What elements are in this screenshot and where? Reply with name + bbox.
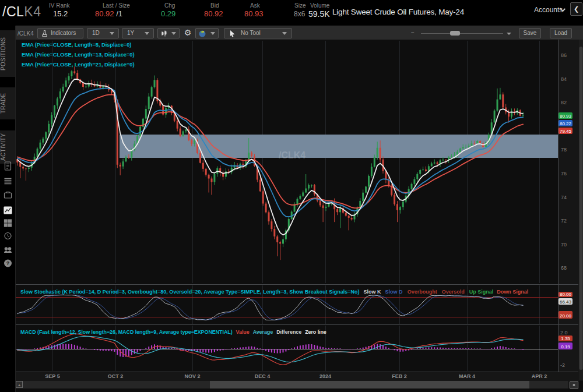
svg-text:DEC 4: DEC 4 [255, 373, 271, 379]
svg-text:Slow Stochastic (K Period=14,: Slow Stochastic (K Period=14, D Period=3… [20, 289, 528, 295]
svg-text:74: 74 [561, 195, 567, 200]
svg-text:80.93: 80.93 [560, 114, 572, 119]
svg-text:-2: -2 [560, 362, 565, 368]
svg-text:1.35: 1.35 [561, 336, 570, 341]
svg-text:EMA (Price=CLOSE, Length=13, D: EMA (Price=CLOSE, Length=13, Displace=0) [22, 51, 134, 58]
svg-text:79.45: 79.45 [560, 129, 572, 134]
svg-text:EMA (Price=CLOSE, Length=21, D: EMA (Price=CLOSE, Length=21, Displace=0) [22, 61, 134, 68]
svg-text:FEB 2: FEB 2 [392, 373, 407, 379]
svg-text:80.00: 80.00 [560, 292, 572, 297]
svg-text:?: ? [6, 260, 10, 266]
svg-text:84: 84 [561, 76, 567, 82]
svg-text:68: 68 [561, 265, 567, 271]
svg-text:20.00: 20.00 [560, 313, 572, 319]
svg-text:72: 72 [561, 218, 567, 224]
svg-text:EMA (Price=CLOSE, Length=5, Di: EMA (Price=CLOSE, Length=5, Displace=0) [22, 41, 131, 48]
svg-text:86: 86 [561, 52, 567, 58]
svg-text:/CLK4: /CLK4 [279, 150, 305, 160]
svg-text:SEP 5: SEP 5 [45, 373, 59, 379]
svg-text:MACD (Fast length=12, Slow len: MACD (Fast length=12, Slow length=26, MA… [20, 329, 326, 335]
svg-text:0.19: 0.19 [561, 344, 570, 349]
svg-text:+: + [18, 383, 21, 388]
svg-text:80.22: 80.22 [560, 121, 572, 126]
svg-text:70: 70 [561, 242, 567, 248]
svg-text:2.0: 2.0 [560, 330, 568, 336]
svg-text:NOV 2: NOV 2 [184, 373, 200, 379]
svg-text:APR 2: APR 2 [532, 373, 547, 379]
svg-text:OCT 2: OCT 2 [108, 373, 124, 379]
svg-text:2024: 2024 [319, 373, 331, 379]
svg-text:76: 76 [561, 171, 567, 176]
svg-text:66.43: 66.43 [560, 299, 572, 305]
svg-text:78: 78 [561, 147, 567, 153]
svg-text:82: 82 [561, 100, 567, 105]
svg-text:MAR 4: MAR 4 [459, 373, 475, 379]
